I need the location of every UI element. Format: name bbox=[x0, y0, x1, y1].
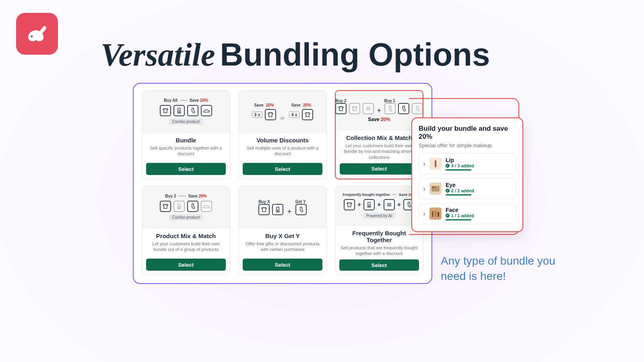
thumb-face bbox=[429, 208, 442, 220]
qty-3: 3 x bbox=[252, 111, 262, 118]
card-desc: Sell specific products together with a d… bbox=[146, 145, 226, 157]
thumb-eye bbox=[429, 183, 442, 195]
thumb-lip bbox=[429, 158, 442, 170]
chip-combo: Combo product bbox=[169, 214, 203, 220]
shirt-icon bbox=[160, 105, 171, 116]
pants-icon bbox=[173, 105, 185, 116]
row-status: ✓2 / 2 added bbox=[446, 188, 512, 193]
card-desc: Sell products that are frequently bought… bbox=[339, 245, 419, 257]
label-buy-x: Buy X bbox=[258, 200, 283, 204]
card-title: Product Mix & Match bbox=[146, 232, 226, 239]
folded-icon bbox=[384, 199, 395, 210]
shirt-icon bbox=[344, 199, 355, 210]
hero-title: VersatileBundling Options bbox=[101, 36, 490, 73]
chevron-right-icon: › bbox=[423, 210, 425, 218]
shoe-icon bbox=[201, 105, 212, 116]
svg-rect-3 bbox=[432, 187, 434, 188]
progress-bar bbox=[446, 219, 471, 220]
progress-bar bbox=[446, 169, 471, 171]
shirt-icon bbox=[302, 109, 313, 120]
folded-icon bbox=[363, 103, 374, 114]
pants-icon bbox=[363, 199, 375, 210]
bundle-options-panel: Buy All Save 20% Combo product Bundle Se… bbox=[133, 83, 432, 284]
plus-icon: + bbox=[377, 201, 381, 208]
chip-ai: Powered by AI bbox=[363, 213, 395, 219]
label-save: Save 20% bbox=[190, 98, 208, 103]
row-name: Lip bbox=[446, 157, 512, 163]
sock-icon bbox=[187, 201, 198, 212]
select-button[interactable]: Select bbox=[339, 259, 419, 271]
card-title: Volume Discounts bbox=[243, 137, 322, 144]
label-or: or bbox=[281, 116, 285, 120]
card-title: Collection Mix & Match bbox=[340, 134, 419, 141]
select-button[interactable]: Select bbox=[340, 163, 419, 175]
bundle-row-eye[interactable]: › Eye ✓2 / 2 added bbox=[419, 178, 516, 199]
svg-rect-5 bbox=[437, 187, 439, 188]
label-buy-2: Buy 2 bbox=[165, 194, 176, 198]
sock-icon bbox=[295, 204, 307, 215]
label-fbt: Frequently bought together bbox=[343, 193, 390, 197]
sock-icon bbox=[187, 105, 198, 116]
select-button[interactable]: Select bbox=[243, 163, 322, 175]
label-buy-2: Buy 2 bbox=[335, 99, 374, 103]
chevron-right-icon: › bbox=[423, 160, 425, 168]
label-get-y: Get Y bbox=[295, 200, 307, 204]
shirt-icon bbox=[349, 103, 360, 114]
card-title: Buy X Get Y bbox=[243, 232, 322, 239]
plus-icon: + bbox=[287, 208, 291, 215]
tagline-text: Any type of bundle you need is here! bbox=[441, 253, 561, 284]
shirt-icon bbox=[265, 109, 276, 120]
progress-bar bbox=[446, 194, 471, 195]
card-title: Frequently Bought Together bbox=[339, 230, 419, 243]
card-art: Save 10% 3 x or Save 20% 4 x bbox=[239, 90, 326, 133]
sock-icon bbox=[384, 103, 396, 114]
card-desc: Let your customers build their own bundl… bbox=[340, 143, 419, 160]
chevron-right-icon: › bbox=[423, 185, 425, 193]
chip-combo: Combo product bbox=[169, 119, 203, 125]
plus-icon: + bbox=[357, 201, 361, 208]
card-bundle: Buy All Save 20% Combo product Bundle Se… bbox=[142, 90, 230, 179]
bundle-row-face[interactable]: › Face ✓1 / 1 added bbox=[419, 203, 516, 224]
svg-rect-1 bbox=[435, 160, 436, 167]
svg-rect-8 bbox=[438, 212, 439, 217]
sock-icon bbox=[398, 103, 409, 114]
plus-icon: + bbox=[377, 107, 381, 114]
card-desc: Let your customers build their own bundl… bbox=[146, 241, 226, 253]
svg-rect-4 bbox=[435, 187, 436, 188]
card-desc: Sell multiple units of a product with a … bbox=[243, 145, 322, 157]
card-art: Buy X + Get Y bbox=[239, 186, 326, 228]
label-buy-all: Buy All bbox=[164, 98, 178, 103]
select-button[interactable]: Select bbox=[243, 259, 322, 271]
plus-icon: + bbox=[397, 201, 401, 208]
rabbit-icon bbox=[23, 20, 51, 48]
popup-subtitle: Special offer for simple makeup bbox=[419, 142, 516, 148]
build-bundle-popup: Build your bundle and save 20% Special o… bbox=[411, 117, 523, 232]
pants-icon bbox=[272, 204, 283, 215]
card-desc: Offer free gifts or discounted products … bbox=[243, 241, 322, 253]
bundle-row-lip[interactable]: › Lip ✓3 / 3 added bbox=[419, 153, 516, 174]
svg-rect-7 bbox=[435, 210, 436, 217]
card-art: Buy 2 Save 20% Combo product bbox=[142, 186, 230, 228]
shirt-icon bbox=[335, 103, 347, 114]
shirt-icon bbox=[160, 201, 171, 212]
card-title: Bundle bbox=[146, 137, 226, 144]
card-volume-discounts: Save 10% 3 x or Save 20% 4 x Volume Disc… bbox=[238, 90, 327, 179]
svg-point-0 bbox=[31, 35, 33, 37]
hero-emphasis: Versatile bbox=[101, 37, 215, 72]
select-button[interactable]: Select bbox=[146, 259, 226, 271]
card-buy-x-get-y: Buy X + Get Y Buy X Get Y Offer free gif… bbox=[238, 186, 327, 275]
card-art: Buy All Save 20% Combo product bbox=[142, 90, 230, 133]
svg-rect-6 bbox=[432, 211, 433, 217]
popup-title: Build your bundle and save 20% bbox=[419, 125, 516, 141]
card-product-mix-match: Buy 2 Save 20% Combo product Product Mix… bbox=[142, 186, 230, 275]
row-name: Eye bbox=[446, 182, 512, 188]
row-name: Face bbox=[446, 207, 512, 213]
shirt-icon bbox=[258, 204, 270, 215]
app-logo bbox=[16, 13, 58, 55]
qty-4: 4 x bbox=[289, 111, 299, 118]
shoe-icon bbox=[201, 201, 212, 212]
select-button[interactable]: Select bbox=[146, 163, 226, 175]
pants-icon bbox=[173, 201, 185, 212]
row-status: ✓3 / 3 added bbox=[446, 163, 512, 168]
hero-rest: Bundling Options bbox=[220, 37, 490, 72]
